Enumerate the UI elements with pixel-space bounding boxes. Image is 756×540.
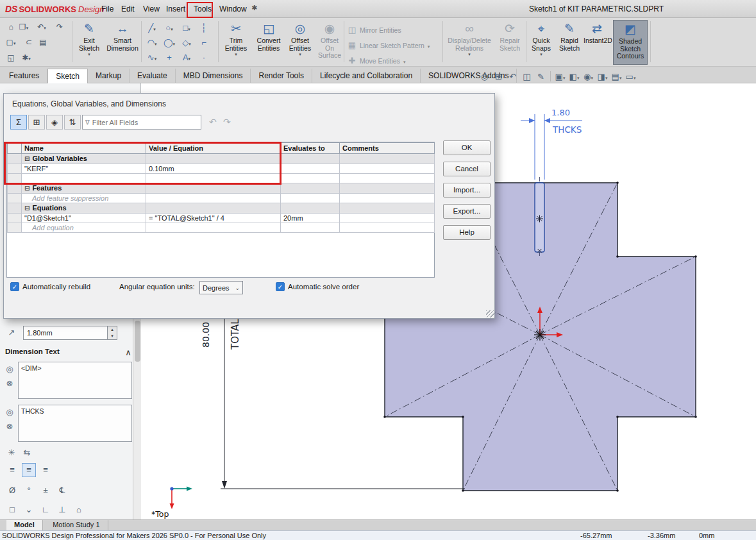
tab-mbd-dimensions[interactable]: MBD Dimensions xyxy=(176,69,251,83)
linear-sketch-pattern-button[interactable]: ▦ Linear Sketch Pattern ▾ xyxy=(346,38,444,53)
plus-minus-symbol-button[interactable]: ± xyxy=(38,484,53,498)
help-button[interactable]: Help xyxy=(443,225,491,240)
undo-icon[interactable]: ↶▾ xyxy=(36,22,47,33)
more-symbols-button[interactable]: ⌂ xyxy=(72,503,86,517)
angle-symbol-button[interactable]: ∟ xyxy=(38,503,53,517)
menu-insert[interactable]: Insert xyxy=(163,3,189,15)
move-entities-button[interactable]: ✚ Move Entities ▾ xyxy=(346,54,444,68)
automatically-rebuild-checkbox[interactable]: ✓ xyxy=(10,282,19,291)
exit-sketch-button[interactable]: ✎ Exit Sketch ▾ xyxy=(74,20,104,65)
equation-row-d1-sketch1[interactable]: "D1@Sketch1" = "TOTAL@Sketch1" / 4 20mm xyxy=(8,214,435,223)
variable-evaluates-cell[interactable] xyxy=(281,164,340,174)
tab-sketch[interactable]: Sketch xyxy=(47,69,88,83)
spline-tool-icon[interactable]: ∿▾ xyxy=(144,51,160,65)
ok-button[interactable]: OK xyxy=(443,140,491,155)
row-marker[interactable] xyxy=(8,194,22,203)
share-icon[interactable]: ◱ xyxy=(5,53,17,64)
mirror-entities-button[interactable]: ◫ Mirror Entities xyxy=(346,23,444,37)
undo-icon[interactable]: ↶ xyxy=(209,117,217,127)
centerline-symbol-button[interactable]: ℄ xyxy=(55,484,69,498)
align-center-button[interactable]: ≡ xyxy=(22,463,36,477)
redo-icon[interactable]: ↷ xyxy=(54,22,65,33)
row-marker[interactable] xyxy=(8,223,22,233)
tab-features[interactable]: Features xyxy=(1,69,47,83)
cancel-button[interactable]: Cancel xyxy=(443,162,491,176)
centerline-tool-icon[interactable]: ┆ xyxy=(196,22,212,36)
pin-menu-icon[interactable]: ✱ xyxy=(251,4,257,12)
tab-render-tools[interactable]: Render Tools xyxy=(251,69,312,83)
swap-text-icon[interactable]: ⇆ xyxy=(21,446,33,459)
add-feature-suppression-row[interactable]: Add feature suppression xyxy=(8,194,435,203)
home-icon[interactable]: ⌂ xyxy=(5,22,17,33)
tab-motion-study-1[interactable]: Motion Study 1 xyxy=(45,520,108,530)
tab-markup[interactable]: Markup xyxy=(88,69,130,83)
shaded-sketch-contours-button[interactable]: ◩ Shaded Sketch Contours xyxy=(613,20,648,65)
row-marker[interactable] xyxy=(8,214,22,223)
instant2d-button[interactable]: ⇄ Instant2D xyxy=(584,20,610,65)
offset-on-surface-button[interactable]: ◉ Offset On Surface xyxy=(315,20,344,65)
degree-symbol-button[interactable]: ° xyxy=(22,484,36,498)
dialog-resize-grip[interactable] xyxy=(486,310,494,317)
equation-comments-cell[interactable] xyxy=(340,214,435,223)
section-view-icon[interactable]: ◫ xyxy=(521,72,533,81)
hide-show-items-icon[interactable]: ◉▾ xyxy=(582,72,594,81)
tab-model[interactable]: Model xyxy=(6,520,43,530)
slot-cutout[interactable] xyxy=(535,177,544,257)
import-button[interactable]: Import... xyxy=(443,183,491,198)
view-settings-icon[interactable]: ▭▾ xyxy=(625,72,637,81)
sketch-visibility-icon[interactable]: ✎ xyxy=(535,72,547,81)
witness-line-icon[interactable]: ◎ xyxy=(3,363,16,376)
dimension-text-primary-input[interactable]: <DIM> xyxy=(18,362,132,399)
angular-units-select[interactable]: Degrees ⌄ xyxy=(199,281,243,294)
thickness-stepper[interactable]: ▴ ▾ xyxy=(108,326,117,340)
zoom-to-fit-icon[interactable]: ◎ xyxy=(478,72,491,81)
dimension-view-button[interactable]: ◈ xyxy=(46,115,63,130)
collapse-icon[interactable]: ⊟ xyxy=(24,204,29,213)
filter-field[interactable]: ∇ xyxy=(82,115,201,130)
ellipse-tool-icon[interactable]: ◯▾ xyxy=(161,37,178,51)
spin-up-icon[interactable]: ▴ xyxy=(108,326,117,333)
countersink-symbol-button[interactable]: ⌄ xyxy=(22,503,36,517)
previous-view-icon[interactable]: ↶ xyxy=(507,72,519,81)
no-witness-line-icon[interactable]: ⊗ xyxy=(3,377,16,390)
tab-evaluate[interactable]: Evaluate xyxy=(130,69,176,83)
automatic-solve-order-checkbox[interactable]: ✓ xyxy=(276,282,285,291)
variable-comments-cell[interactable] xyxy=(340,164,435,174)
collapse-icon[interactable]: ⊟ xyxy=(24,184,29,193)
sketch-equation-view-button[interactable]: ⊞ xyxy=(28,115,45,130)
zoom-to-area-icon[interactable]: ⊞ xyxy=(492,72,505,81)
dim-thcks-label[interactable]: THCKS xyxy=(552,124,582,135)
menu-edit[interactable]: Edit xyxy=(118,3,138,15)
options-gear-icon[interactable]: ✱▾ xyxy=(21,53,32,64)
thickness-value-input[interactable]: 1.80mm xyxy=(23,326,108,340)
dimension-text-secondary-input[interactable]: THCKS xyxy=(18,405,132,442)
redo-icon[interactable]: ↷ xyxy=(223,117,231,127)
scrollbar-thumb[interactable] xyxy=(135,321,140,362)
witness-line-icon[interactable]: ◎ xyxy=(3,406,16,419)
asterisk-icon[interactable]: ✳ xyxy=(5,446,18,459)
display-delete-relations-button[interactable]: ∞ Display/Delete Relations ▾ xyxy=(445,20,494,65)
dim-thcks-value[interactable]: 1.80 xyxy=(551,108,570,117)
new-document-icon[interactable]: ▢▾ xyxy=(5,37,17,49)
apply-scene-icon[interactable]: ▤▾ xyxy=(610,72,623,81)
circle-tool-icon[interactable]: ○▾ xyxy=(161,22,178,36)
add-feature-suppression-placeholder[interactable]: Add feature suppression xyxy=(22,194,146,203)
repair-sketch-button[interactable]: ⟳ Repair Sketch xyxy=(495,20,525,65)
dim-total-label[interactable]: TOTAL xyxy=(230,319,241,350)
perpendicular-symbol-button[interactable]: ⊥ xyxy=(55,503,69,517)
print-icon[interactable]: ▤ xyxy=(37,37,49,49)
column-header-comments[interactable]: Comments xyxy=(340,143,435,154)
trim-entities-button[interactable]: ✂ Trim Entities ▾ xyxy=(222,20,250,65)
spin-down-icon[interactable]: ▾ xyxy=(108,333,117,339)
square-symbol-button[interactable]: □ xyxy=(5,503,19,517)
save-icon[interactable]: ❒▾ xyxy=(18,22,29,33)
panel-scrollbar[interactable] xyxy=(133,319,141,519)
view-orientation-icon[interactable]: ▣▾ xyxy=(554,72,566,81)
menu-file[interactable]: File xyxy=(98,3,117,15)
convert-entities-button[interactable]: ◱ Convert Entities xyxy=(253,20,285,65)
menu-view[interactable]: View xyxy=(140,3,163,15)
quick-snaps-button[interactable]: ⌖ Quick Snaps ▾ xyxy=(528,20,554,65)
dim-total-value[interactable]: 80.00 xyxy=(201,322,211,348)
menu-window[interactable]: Window xyxy=(216,3,250,15)
export-button[interactable]: Export... xyxy=(443,204,491,219)
